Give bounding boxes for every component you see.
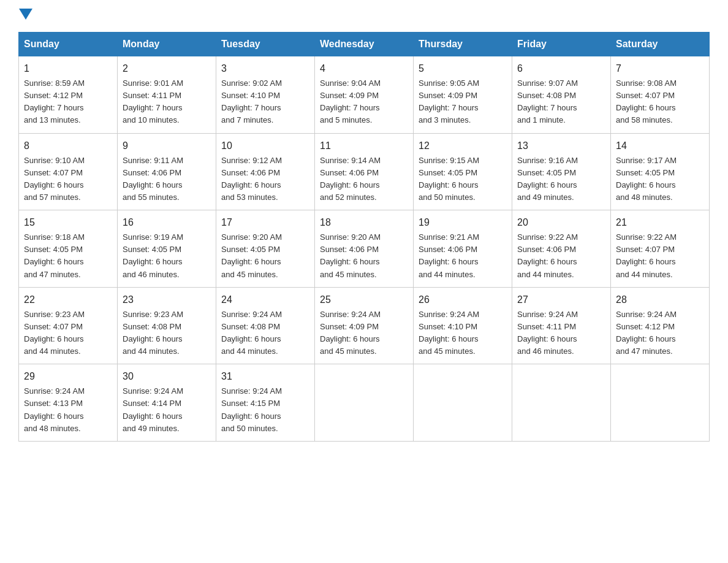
day-info: Sunrise: 9:18 AMSunset: 4:05 PMDaylight:…: [24, 232, 85, 278]
day-info: Sunrise: 9:14 AMSunset: 4:06 PMDaylight:…: [320, 156, 381, 202]
day-number: 5: [419, 61, 507, 76]
day-number: 25: [320, 293, 408, 307]
day-number: 31: [221, 369, 309, 384]
day-cell: 3Sunrise: 9:02 AMSunset: 4:10 PMDaylight…: [216, 56, 315, 134]
day-cell: 24Sunrise: 9:24 AMSunset: 4:08 PMDayligh…: [216, 287, 315, 364]
day-info: Sunrise: 9:07 AMSunset: 4:08 PMDaylight:…: [517, 79, 578, 124]
day-cell: 9Sunrise: 9:11 AMSunset: 4:06 PMDaylight…: [118, 133, 216, 210]
day-cell: 30Sunrise: 9:24 AMSunset: 4:14 PMDayligh…: [118, 364, 216, 442]
day-number: 28: [616, 293, 704, 307]
day-cell: 4Sunrise: 9:04 AMSunset: 4:09 PMDaylight…: [315, 56, 414, 134]
day-number: 1: [24, 61, 112, 76]
day-info: Sunrise: 9:12 AMSunset: 4:06 PMDaylight:…: [221, 156, 282, 202]
day-info: Sunrise: 9:24 AMSunset: 4:15 PMDaylight:…: [221, 386, 282, 432]
day-cell: 7Sunrise: 9:08 AMSunset: 4:07 PMDaylight…: [611, 56, 710, 134]
day-number: 12: [419, 139, 507, 153]
day-info: Sunrise: 9:11 AMSunset: 4:06 PMDaylight:…: [123, 156, 183, 202]
day-info: Sunrise: 9:24 AMSunset: 4:12 PMDaylight:…: [616, 310, 677, 356]
day-number: 29: [24, 369, 112, 384]
day-number: 30: [123, 369, 211, 384]
svg-marker-0: [19, 9, 32, 20]
day-number: 9: [123, 139, 211, 153]
week-row-1: 1Sunrise: 8:59 AMSunset: 4:12 PMDaylight…: [19, 56, 710, 134]
day-info: Sunrise: 9:24 AMSunset: 4:13 PMDaylight:…: [24, 386, 85, 432]
day-cell: 5Sunrise: 9:05 AMSunset: 4:09 PMDaylight…: [414, 56, 512, 134]
header-friday: Friday: [512, 33, 611, 56]
day-info: Sunrise: 9:21 AMSunset: 4:06 PMDaylight:…: [419, 232, 479, 278]
day-number: 8: [24, 139, 112, 153]
day-info: Sunrise: 9:02 AMSunset: 4:10 PMDaylight:…: [221, 79, 282, 124]
day-number: 3: [221, 61, 309, 76]
header-saturday: Saturday: [611, 33, 710, 56]
week-row-2: 8Sunrise: 9:10 AMSunset: 4:07 PMDaylight…: [19, 133, 710, 210]
day-number: 13: [517, 139, 605, 153]
day-cell: 20Sunrise: 9:22 AMSunset: 4:06 PMDayligh…: [512, 210, 611, 288]
day-cell: 22Sunrise: 9:23 AMSunset: 4:07 PMDayligh…: [19, 287, 118, 364]
day-cell: 11Sunrise: 9:14 AMSunset: 4:06 PMDayligh…: [315, 133, 414, 210]
day-cell: 8Sunrise: 9:10 AMSunset: 4:07 PMDaylight…: [19, 133, 118, 210]
day-cell: 12Sunrise: 9:15 AMSunset: 4:05 PMDayligh…: [414, 133, 512, 210]
day-info: Sunrise: 9:22 AMSunset: 4:07 PMDaylight:…: [616, 232, 677, 278]
day-info: Sunrise: 9:15 AMSunset: 4:05 PMDaylight:…: [419, 156, 479, 202]
week-row-3: 15Sunrise: 9:18 AMSunset: 4:05 PMDayligh…: [19, 210, 710, 288]
day-number: 21: [616, 215, 704, 230]
day-number: 22: [24, 293, 112, 307]
day-info: Sunrise: 9:24 AMSunset: 4:11 PMDaylight:…: [517, 310, 578, 356]
day-number: 27: [517, 293, 605, 307]
day-cell: 1Sunrise: 8:59 AMSunset: 4:12 PMDaylight…: [19, 56, 118, 134]
day-info: Sunrise: 9:10 AMSunset: 4:07 PMDaylight:…: [24, 156, 85, 202]
day-number: 11: [320, 139, 408, 153]
logo: [18, 12, 32, 20]
day-info: Sunrise: 9:04 AMSunset: 4:09 PMDaylight:…: [320, 79, 381, 124]
day-info: Sunrise: 9:23 AMSunset: 4:07 PMDaylight:…: [24, 310, 85, 356]
day-cell: [315, 364, 414, 442]
day-cell: 27Sunrise: 9:24 AMSunset: 4:11 PMDayligh…: [512, 287, 611, 364]
header-sunday: Sunday: [19, 33, 118, 56]
calendar-header-row: SundayMondayTuesdayWednesdayThursdayFrid…: [19, 33, 710, 56]
day-number: 16: [123, 215, 211, 230]
day-info: Sunrise: 9:16 AMSunset: 4:05 PMDaylight:…: [517, 156, 578, 202]
day-info: Sunrise: 9:24 AMSunset: 4:10 PMDaylight:…: [419, 310, 479, 356]
day-number: 4: [320, 61, 408, 76]
day-number: 6: [517, 61, 605, 76]
day-cell: 6Sunrise: 9:07 AMSunset: 4:08 PMDaylight…: [512, 56, 611, 134]
day-number: 7: [616, 61, 704, 76]
day-info: Sunrise: 9:24 AMSunset: 4:08 PMDaylight:…: [221, 310, 282, 356]
day-cell: 28Sunrise: 9:24 AMSunset: 4:12 PMDayligh…: [611, 287, 710, 364]
day-number: 26: [419, 293, 507, 307]
day-cell: 18Sunrise: 9:20 AMSunset: 4:06 PMDayligh…: [315, 210, 414, 288]
day-info: Sunrise: 9:22 AMSunset: 4:06 PMDaylight:…: [517, 232, 578, 278]
day-number: 17: [221, 215, 309, 230]
day-cell: 29Sunrise: 9:24 AMSunset: 4:13 PMDayligh…: [19, 364, 118, 442]
header-wednesday: Wednesday: [315, 33, 414, 56]
day-number: 15: [24, 215, 112, 230]
day-number: 19: [419, 215, 507, 230]
day-number: 20: [517, 215, 605, 230]
week-row-4: 22Sunrise: 9:23 AMSunset: 4:07 PMDayligh…: [19, 287, 710, 364]
day-info: Sunrise: 9:19 AMSunset: 4:05 PMDaylight:…: [123, 232, 183, 278]
day-cell: 10Sunrise: 9:12 AMSunset: 4:06 PMDayligh…: [216, 133, 315, 210]
day-cell: [414, 364, 512, 442]
calendar-table: SundayMondayTuesdayWednesdayThursdayFrid…: [18, 32, 710, 442]
day-number: 18: [320, 215, 408, 230]
day-cell: 15Sunrise: 9:18 AMSunset: 4:05 PMDayligh…: [19, 210, 118, 288]
day-cell: 23Sunrise: 9:23 AMSunset: 4:08 PMDayligh…: [118, 287, 216, 364]
day-info: Sunrise: 9:01 AMSunset: 4:11 PMDaylight:…: [123, 79, 183, 124]
day-info: Sunrise: 8:59 AMSunset: 4:12 PMDaylight:…: [24, 79, 85, 124]
day-cell: 31Sunrise: 9:24 AMSunset: 4:15 PMDayligh…: [216, 364, 315, 442]
day-cell: 26Sunrise: 9:24 AMSunset: 4:10 PMDayligh…: [414, 287, 512, 364]
day-cell: 14Sunrise: 9:17 AMSunset: 4:05 PMDayligh…: [611, 133, 710, 210]
day-number: 24: [221, 293, 309, 307]
day-info: Sunrise: 9:24 AMSunset: 4:09 PMDaylight:…: [320, 310, 381, 356]
week-row-5: 29Sunrise: 9:24 AMSunset: 4:13 PMDayligh…: [19, 364, 710, 442]
header-tuesday: Tuesday: [216, 33, 315, 56]
day-info: Sunrise: 9:17 AMSunset: 4:05 PMDaylight:…: [616, 156, 677, 202]
day-cell: 17Sunrise: 9:20 AMSunset: 4:05 PMDayligh…: [216, 210, 315, 288]
day-info: Sunrise: 9:20 AMSunset: 4:05 PMDaylight:…: [221, 232, 282, 278]
day-cell: 16Sunrise: 9:19 AMSunset: 4:05 PMDayligh…: [118, 210, 216, 288]
day-number: 23: [123, 293, 211, 307]
day-cell: 19Sunrise: 9:21 AMSunset: 4:06 PMDayligh…: [414, 210, 512, 288]
day-cell: 2Sunrise: 9:01 AMSunset: 4:11 PMDaylight…: [118, 56, 216, 134]
day-info: Sunrise: 9:08 AMSunset: 4:07 PMDaylight:…: [616, 79, 677, 124]
page-header: [18, 12, 710, 20]
